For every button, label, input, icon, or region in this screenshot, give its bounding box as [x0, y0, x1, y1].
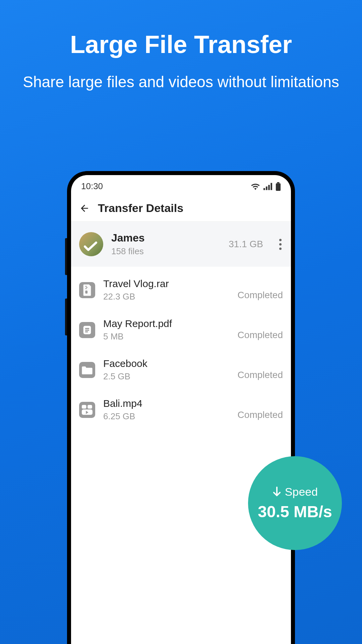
svg-rect-15 — [87, 405, 92, 409]
svg-rect-5 — [276, 183, 281, 191]
status-bar: 10:30 — [71, 175, 291, 195]
phone-mockup: 10:30 — [67, 171, 295, 644]
check-icon — [84, 241, 97, 252]
avatar-wrapper — [79, 232, 103, 256]
file-row[interactable]: Bali.mp4 6.25 GB Completed — [71, 390, 291, 430]
promo-subtitle: Share large files and videos without lim… — [0, 59, 362, 92]
phone-screen: 10:30 — [71, 175, 291, 644]
svg-rect-11 — [85, 328, 89, 329]
speed-label: Speed — [285, 485, 318, 498]
svg-rect-14 — [82, 405, 86, 409]
svg-rect-0 — [263, 188, 265, 190]
user-summary-row[interactable]: James 158 files 31.1 GB — [71, 222, 291, 267]
user-total-size: 31.1 GB — [229, 239, 263, 250]
archive-icon — [79, 282, 95, 298]
file-status: Completed — [238, 370, 283, 382]
svg-rect-4 — [277, 182, 279, 183]
user-file-count: 158 files — [111, 246, 221, 257]
svg-rect-13 — [85, 331, 88, 332]
svg-rect-8 — [85, 288, 87, 289]
promo-title: Large File Transfer — [0, 0, 362, 59]
status-time: 10:30 — [81, 181, 103, 192]
svg-rect-12 — [85, 329, 89, 330]
file-row[interactable]: Travel Vlog.rar 22.3 GB Completed — [71, 270, 291, 310]
battery-icon — [276, 182, 281, 191]
document-icon — [79, 322, 95, 338]
user-name: James — [111, 232, 221, 244]
svg-rect-9 — [85, 290, 87, 293]
back-button[interactable] — [79, 203, 90, 214]
file-size: 22.3 GB — [103, 291, 230, 302]
phone-volume-button — [65, 238, 67, 275]
svg-rect-6 — [85, 286, 87, 286]
file-status: Completed — [238, 410, 283, 422]
user-info: James 158 files — [111, 232, 221, 257]
file-info: Facebook 2.5 GB — [103, 358, 230, 382]
file-info: Travel Vlog.rar 22.3 GB — [103, 278, 230, 302]
arrow-down-icon — [272, 486, 282, 498]
file-row[interactable]: May Report.pdf 5 MB Completed — [71, 310, 291, 350]
arrow-left-icon — [79, 203, 90, 214]
svg-rect-2 — [268, 185, 270, 190]
svg-rect-7 — [86, 287, 88, 287]
file-name: May Report.pdf — [103, 318, 230, 329]
file-name: Travel Vlog.rar — [103, 278, 230, 289]
speed-badge: Speed 30.5 MB/s — [248, 456, 342, 550]
more-button[interactable] — [278, 237, 283, 251]
speed-value: 30.5 MB/s — [258, 502, 332, 521]
file-size: 5 MB — [103, 331, 230, 342]
phone-volume-button — [65, 299, 67, 335]
file-name: Facebook — [103, 358, 230, 369]
file-status: Completed — [238, 290, 283, 302]
file-name: Bali.mp4 — [103, 398, 230, 409]
status-icons — [251, 182, 281, 191]
file-info: Bali.mp4 6.25 GB — [103, 398, 230, 422]
file-size: 6.25 GB — [103, 411, 230, 422]
file-list: Travel Vlog.rar 22.3 GB Completed May Re… — [71, 267, 291, 433]
wifi-icon — [251, 183, 260, 190]
app-bar: Transfer Details — [71, 195, 291, 222]
svg-rect-1 — [266, 186, 267, 190]
file-info: May Report.pdf 5 MB — [103, 318, 230, 342]
signal-icon — [263, 183, 272, 190]
folder-icon — [79, 362, 95, 378]
svg-rect-3 — [270, 183, 272, 190]
file-size: 2.5 GB — [103, 371, 230, 382]
file-row[interactable]: Facebook 2.5 GB Completed — [71, 350, 291, 390]
page-title: Transfer Details — [98, 202, 183, 215]
file-status: Completed — [238, 330, 283, 342]
video-icon — [79, 402, 95, 418]
